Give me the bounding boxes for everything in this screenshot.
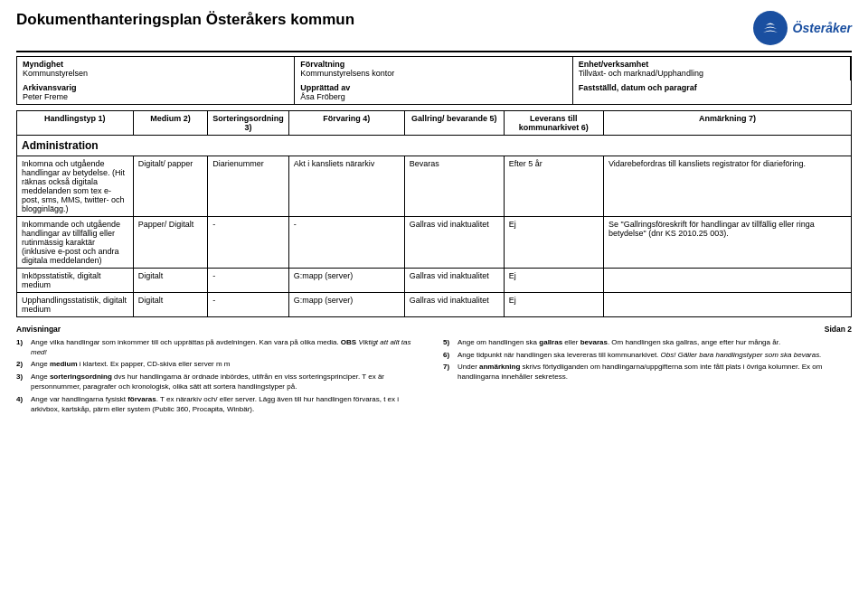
footer-note-5: 5) Ange om handlingen ska gallras eller … — [443, 338, 852, 348]
row3-medium: Digitalt — [133, 269, 207, 293]
row2-leverans: Ej — [504, 217, 603, 269]
th-handlingstyp: Handlingstyp 1) — [17, 111, 134, 136]
page: Dokumenthanteringsplan Österåkers kommun… — [0, 0, 868, 613]
myndighet-label: Myndighet — [23, 60, 288, 69]
row4-anmarkning — [603, 293, 851, 317]
row3-anmarkning — [603, 269, 851, 293]
row1-gallring: Bevaras — [404, 156, 504, 217]
footer-note-1: 1) Ange vilka handlingar som inkommer ti… — [16, 338, 425, 358]
header-meta-grid: Myndighet Kommunstyrelsen Förvaltning Ko… — [16, 56, 852, 105]
row2-sortering: - — [208, 217, 289, 269]
th-medium: Medium 2) — [133, 111, 207, 136]
note1-num: 1) — [16, 338, 27, 358]
footer-note-2: 2) Ange medium i klartext. Ex papper, CD… — [16, 360, 425, 370]
note3-num: 3) — [16, 373, 27, 392]
note2-num: 2) — [16, 360, 27, 370]
note6-text: Ange tidpunkt när handlingen ska leverer… — [458, 351, 821, 361]
th-sortering: Sorteringsordning 3) — [208, 111, 289, 136]
footer-note-3: 3) Ange sorteringsordning dvs hur handli… — [16, 373, 425, 392]
row3-leverans: Ej — [504, 269, 603, 293]
th-anmarkning: Anmärkning 7) — [603, 111, 851, 136]
row3-handlingstyp: Inköpsstatistik, digitalt medium — [17, 269, 134, 293]
row4-sortering: - — [208, 293, 289, 317]
row1-handlingstyp: Inkomna och utgående handlingar av betyd… — [17, 156, 134, 217]
footer-left-col: 1) Ange vilka handlingar som inkommer ti… — [16, 338, 425, 415]
footer-note-6: 6) Ange tidpunkt när handlingen ska leve… — [443, 351, 852, 361]
myndighet-value: Kommunstyrelsen — [23, 69, 288, 78]
note2-text: Ange medium i klartext. Ex papper, CD-sk… — [31, 360, 231, 370]
footer: Anvisningar Sidan 2 1) Ange vilka handli… — [16, 325, 852, 414]
logo-icon — [753, 11, 788, 45]
upprattat-label: Upprättad av — [300, 83, 566, 92]
footer-right-col: 5) Ange om handlingen ska gallras eller … — [443, 338, 852, 415]
row2-anmarkning: Se "Gallringsföreskrift för handlingar a… — [603, 217, 851, 269]
note3-text: Ange sorteringsordning dvs hur handlinga… — [31, 373, 425, 392]
page-title: Dokumenthanteringsplan Österåkers kommun — [16, 11, 354, 29]
faststalld-cell: Fastställd, datum och paragraf — [573, 80, 851, 104]
note5-text: Ange om handlingen ska gallras eller bev… — [458, 338, 780, 348]
th-leverans: Leverans till kommunarkivet 6) — [504, 111, 603, 136]
myndighet-cell: Myndighet Kommunstyrelsen — [17, 57, 295, 80]
forvaltning-cell: Förvaltning Kommunstyrelsens kontor — [295, 57, 572, 80]
upprattat-cell: Upprättad av Åsa Fröberg — [295, 80, 572, 104]
logo-svg — [759, 16, 782, 40]
th-gallring: Gallring/ bevarande 5) — [404, 111, 504, 136]
row4-gallring: Gallras vid inaktualitet — [404, 293, 504, 317]
row1-sortering: Diarienummer — [208, 156, 289, 217]
faststalld-label: Fastställd, datum och paragraf — [579, 83, 845, 92]
page-title-area: Dokumenthanteringsplan Österåkers kommun — [16, 11, 354, 29]
table-row: Inkomna och utgående handlingar av betyd… — [17, 156, 852, 217]
header-top: Dokumenthanteringsplan Österåkers kommun… — [16, 11, 852, 52]
row4-forvaring: G:mapp (server) — [288, 293, 404, 317]
forvaltning-value: Kommunstyrelsens kontor — [300, 69, 566, 78]
row1-medium: Digitalt/ papper — [133, 156, 207, 217]
enhet-cell: Enhet/verksamhet Tillväxt- och marknad/U… — [573, 57, 851, 80]
row1-leverans: Efter 5 år — [504, 156, 603, 217]
enhet-label: Enhet/verksamhet — [579, 60, 844, 69]
note5-num: 5) — [443, 338, 454, 348]
logo-area: Österåker — [753, 11, 852, 45]
row3-forvaring: G:mapp (server) — [288, 269, 404, 293]
enhet-value: Tillväxt- och marknad/Upphandling — [579, 69, 844, 78]
row4-leverans: Ej — [504, 293, 603, 317]
row3-sortering: - — [208, 269, 289, 293]
logo-text: Österåker — [793, 21, 852, 35]
footer-note-4: 4) Ange var handlingarna fysiskt förvara… — [16, 395, 425, 415]
note7-text: Under anmärkning skrivs förtydliganden o… — [458, 363, 852, 382]
th-forvaring: Förvaring 4) — [288, 111, 404, 136]
upprattat-value: Åsa Fröberg — [300, 92, 566, 101]
svg-point-0 — [760, 17, 781, 39]
footer-notes-grid: 1) Ange vilka handlingar som inkommer ti… — [16, 338, 852, 415]
table-row: Inköpsstatistik, digitalt medium Digital… — [17, 269, 852, 293]
row2-handlingstyp: Inkommande och utgående handlingar av ti… — [17, 217, 134, 269]
note1-text: Ange vilka handlingar som inkommer till … — [31, 338, 425, 358]
note7-num: 7) — [443, 363, 454, 382]
sidan-label: Sidan 2 — [825, 325, 852, 335]
main-table: Handlingstyp 1) Medium 2) Sorteringsordn… — [16, 110, 852, 317]
forvaltning-label: Förvaltning — [300, 60, 566, 69]
table-header-row: Handlingstyp 1) Medium 2) Sorteringsordn… — [17, 111, 852, 136]
note4-text: Ange var handlingarna fysiskt förvaras. … — [31, 395, 425, 415]
arkivansvarig-label: Arkivansvarig — [23, 83, 288, 92]
arkivansvarig-value: Peter Freme — [23, 92, 288, 101]
row3-gallring: Gallras vid inaktualitet — [404, 269, 504, 293]
row2-forvaring: - — [288, 217, 404, 269]
row2-medium: Papper/ Digitalt — [133, 217, 207, 269]
footer-header: Anvisningar Sidan 2 — [16, 325, 852, 335]
table-row: Upphandlingsstatistik, digitalt medium D… — [17, 293, 852, 317]
row4-medium: Digitalt — [133, 293, 207, 317]
note6-num: 6) — [443, 351, 454, 361]
section-title: Administration — [22, 139, 99, 152]
row1-forvaring: Akt i kansliets närarkiv — [288, 156, 404, 217]
row2-gallring: Gallras vid inaktualitet — [404, 217, 504, 269]
section-header-cell: Administration — [17, 136, 852, 156]
section-header-row: Administration — [17, 136, 852, 156]
note4-num: 4) — [16, 395, 27, 415]
table-row: Inkommande och utgående handlingar av ti… — [17, 217, 852, 269]
anvisningar-label: Anvisningar — [16, 325, 61, 335]
row1-anmarkning: Vidarebefordras till kansliets registrat… — [603, 156, 851, 217]
arkivansvarig-cell: Arkivansvarig Peter Freme — [17, 80, 295, 104]
footer-note-7: 7) Under anmärkning skrivs förtydligande… — [443, 363, 852, 382]
row4-handlingstyp: Upphandlingsstatistik, digitalt medium — [17, 293, 134, 317]
